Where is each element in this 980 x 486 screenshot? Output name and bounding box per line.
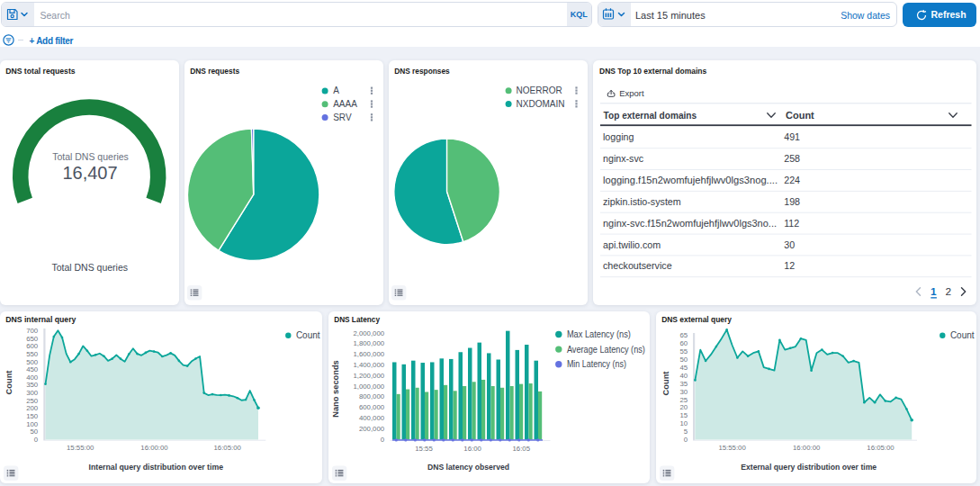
svg-text:5: 5	[684, 428, 688, 436]
svg-text:0: 0	[34, 435, 39, 443]
svg-text:Internal query distribution ov: Internal query distribution over time	[89, 463, 224, 472]
svg-text:External query distribution ov: External query distribution over time	[741, 463, 877, 472]
svg-text:1,400,000: 1,400,000	[353, 360, 384, 368]
svg-text:A: A	[333, 86, 339, 95]
svg-text:16:05: 16:05	[512, 445, 530, 453]
svg-text:224: 224	[784, 175, 800, 185]
svg-text:0: 0	[380, 435, 384, 443]
svg-text:NXDOMAIN: NXDOMAIN	[517, 99, 565, 109]
svg-text:40: 40	[679, 371, 688, 379]
svg-text:15: 15	[679, 411, 688, 419]
svg-text:DNS external query: DNS external query	[661, 314, 733, 323]
svg-text:Count: Count	[786, 110, 814, 121]
svg-text:DNS requests: DNS requests	[190, 67, 239, 76]
svg-text:Count: Count	[950, 330, 975, 340]
svg-text:35: 35	[679, 379, 688, 387]
svg-text:198: 198	[784, 196, 800, 207]
svg-text:AAAA: AAAA	[333, 99, 357, 109]
svg-text:DNS Latency: DNS Latency	[334, 314, 381, 323]
svg-text:112: 112	[784, 218, 799, 229]
svg-text:api.twilio.com: api.twilio.com	[603, 239, 661, 250]
svg-text:500: 500	[26, 357, 39, 365]
svg-text:zipkin.istio-system: zipkin.istio-system	[603, 196, 681, 207]
svg-text:Count: Count	[296, 330, 320, 340]
svg-text:15:55: 15:55	[415, 445, 433, 453]
svg-text:1: 1	[931, 285, 937, 298]
svg-text:Total DNS queries: Total DNS queries	[52, 151, 129, 162]
svg-text:50: 50	[679, 356, 688, 364]
svg-text:Count: Count	[661, 371, 670, 395]
svg-text:55: 55	[679, 347, 688, 356]
svg-text:45: 45	[679, 363, 688, 371]
svg-text:650: 650	[26, 334, 39, 342]
svg-text:logging: logging	[603, 131, 634, 142]
svg-text:15:55:00: 15:55:00	[67, 444, 94, 452]
svg-text:NOERROR: NOERROR	[517, 86, 562, 95]
svg-text:2,000,000: 2,000,000	[353, 328, 384, 337]
svg-text:25: 25	[679, 395, 688, 403]
svg-text:1,800,000: 1,800,000	[353, 339, 384, 347]
svg-text:DNS latency observed: DNS latency observed	[427, 463, 509, 472]
svg-text:DNS internal query: DNS internal query	[5, 314, 76, 323]
svg-text:258: 258	[784, 153, 800, 164]
svg-text:65: 65	[679, 331, 688, 339]
svg-text:20: 20	[679, 403, 688, 411]
svg-text:0: 0	[684, 435, 688, 443]
svg-text:250: 250	[26, 396, 39, 404]
svg-text:Min Latency (ns): Min Latency (ns)	[566, 359, 625, 369]
svg-text:350: 350	[26, 381, 39, 389]
svg-text:Nano seconds: Nano seconds	[331, 360, 340, 418]
svg-text:1,200,000: 1,200,000	[353, 371, 384, 379]
svg-text:DNS responses: DNS responses	[394, 67, 450, 76]
svg-text:30: 30	[784, 239, 795, 250]
svg-text:logging.f15n2womfujehfjlwv0lgs: logging.f15n2womfujehfjlwv0lgs3nog....	[603, 175, 778, 185]
svg-text:16,407: 16,407	[62, 163, 117, 183]
svg-text:Total DNS queries: Total DNS queries	[51, 262, 128, 273]
svg-text:15:55:00: 15:55:00	[718, 444, 746, 452]
svg-text:nginx-svc.f15n2womfujehfjlwv0l: nginx-svc.f15n2womfujehfjlwv0lgs3no...	[603, 218, 777, 229]
svg-text:Export: Export	[619, 88, 644, 98]
svg-text:Max Latency (ns): Max Latency (ns)	[566, 328, 630, 338]
svg-text:400,000: 400,000	[358, 413, 384, 421]
svg-text:1,000,000: 1,000,000	[353, 382, 384, 390]
svg-text:1,600,000: 1,600,000	[353, 350, 384, 358]
svg-text:10: 10	[679, 419, 688, 428]
svg-text:200,000: 200,000	[358, 424, 384, 432]
svg-text:600,000: 600,000	[358, 403, 384, 411]
svg-text:Average Latency (ns): Average Latency (ns)	[566, 344, 644, 354]
svg-text:16:05:00: 16:05:00	[867, 444, 895, 452]
svg-text:DNS Top 10 external domains: DNS Top 10 external domains	[599, 67, 706, 76]
svg-text:100: 100	[26, 419, 39, 428]
svg-text:60: 60	[679, 339, 688, 347]
svg-text:16:00: 16:00	[463, 445, 481, 453]
svg-text:nginx-svc: nginx-svc	[603, 153, 644, 164]
svg-text:checkoutservice: checkoutservice	[603, 260, 672, 271]
svg-text:16:00:00: 16:00:00	[793, 444, 821, 452]
svg-text:30: 30	[679, 387, 688, 395]
svg-text:DNS total requests: DNS total requests	[5, 67, 75, 76]
svg-text:491: 491	[784, 131, 800, 142]
svg-text:12: 12	[784, 260, 795, 271]
svg-text:Count: Count	[4, 370, 13, 394]
svg-text:SRV: SRV	[333, 112, 352, 122]
svg-text:16:05:00: 16:05:00	[214, 444, 242, 452]
svg-text:Top external domains: Top external domains	[604, 110, 697, 121]
svg-text:2: 2	[946, 285, 952, 298]
svg-text:800,000: 800,000	[358, 392, 384, 400]
svg-text:16:00:00: 16:00:00	[140, 444, 168, 452]
